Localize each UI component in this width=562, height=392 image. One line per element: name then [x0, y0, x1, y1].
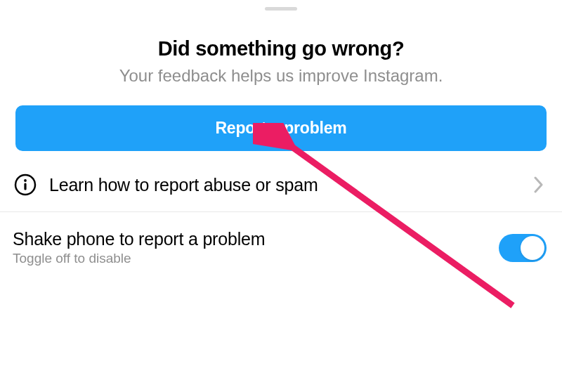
- switch-knob: [521, 236, 544, 260]
- button-container: Report a problem: [0, 93, 562, 158]
- learn-abuse-row[interactable]: Learn how to report abuse or spam: [0, 158, 562, 211]
- page-subtitle: Your feedback helps us improve Instagram…: [17, 66, 545, 86]
- chevron-right-icon: [532, 175, 545, 195]
- header-section: Did something go wrong? Your feedback he…: [0, 11, 562, 93]
- shake-toggle-switch[interactable]: [499, 234, 547, 262]
- learn-abuse-label: Learn how to report abuse or spam: [49, 175, 532, 195]
- shake-text-wrap: Shake phone to report a problem Toggle o…: [13, 229, 499, 266]
- page-title: Did something go wrong?: [17, 37, 545, 60]
- shake-subtitle: Toggle off to disable: [13, 251, 499, 266]
- svg-rect-2: [24, 183, 26, 190]
- shake-toggle-section: Shake phone to report a problem Toggle o…: [0, 212, 562, 283]
- shake-title: Shake phone to report a problem: [13, 229, 499, 249]
- svg-point-1: [24, 179, 27, 182]
- report-problem-button[interactable]: Report a problem: [15, 105, 547, 151]
- info-icon: [14, 174, 37, 196]
